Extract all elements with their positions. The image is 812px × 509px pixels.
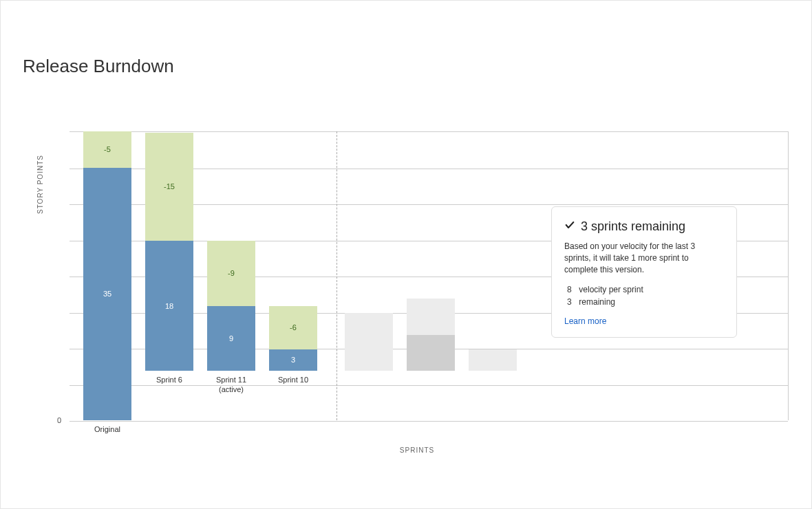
bar-forecast-completed (345, 313, 393, 371)
check-icon (564, 219, 575, 234)
bar-sprint-10: 3 -6 Sprint 10 (269, 131, 317, 420)
gridline (70, 421, 788, 422)
bar-value-remaining: 9 (207, 334, 255, 343)
card-stat-row: 3 remaining (567, 296, 724, 308)
bar-forecast-3 (469, 131, 517, 420)
bar-sprint-6: 18 -15 Sprint 6 (145, 131, 193, 420)
page-title: Release Burndown (23, 56, 174, 77)
bar-original: 35 -5 Original (83, 131, 131, 420)
stat-remaining-number: 3 (567, 296, 577, 308)
bar-forecast-2 (407, 131, 455, 420)
y-axis-zero: 0 (57, 416, 61, 424)
x-axis-label: SPRINTS (42, 446, 792, 454)
page: Release Burndown STORY POINTS 35 (0, 0, 812, 509)
bar-completed: -15 (145, 133, 193, 241)
bar-value-remaining: 35 (83, 290, 131, 298)
bar-value-remaining: 3 (269, 356, 317, 364)
learn-more-link[interactable]: Learn more (564, 316, 724, 326)
bar-value-completed: -6 (269, 323, 317, 332)
bar-remaining: 9 (207, 306, 255, 371)
bar-completed: -9 (207, 241, 255, 306)
card-description: Based on your velocity for the last 3 sp… (564, 241, 724, 275)
bar-sprint-11: 9 -9 Sprint 11 (active) (207, 131, 255, 420)
bar-forecast-completed (469, 349, 517, 371)
bar-remaining: 18 (145, 241, 193, 371)
bar-label: Original (83, 424, 131, 434)
bar-label: Sprint 11 (active) (207, 375, 255, 395)
card-headline: 3 sprints remaining (581, 219, 685, 234)
y-axis-label: STORY POINTS (36, 155, 44, 214)
stat-remaining-label: remaining (579, 297, 615, 307)
bar-value-remaining: 18 (145, 302, 193, 310)
bar-forecast-remaining (407, 335, 455, 371)
bar-value-completed: -15 (145, 182, 193, 191)
bar-remaining: 35 (83, 168, 131, 421)
bar-label: Sprint 6 (145, 375, 193, 385)
bar-forecast-1 (345, 131, 393, 420)
bar-forecast-completed (407, 299, 455, 335)
card-headline-row: 3 sprints remaining (564, 219, 724, 234)
bar-completed: -5 (83, 131, 131, 168)
card-stats: 8 velocity per sprint 3 remaining (567, 283, 724, 308)
bar-label: Sprint 10 (269, 375, 317, 385)
bar-remaining: 3 (269, 349, 317, 371)
stat-velocity-number: 8 (567, 283, 577, 296)
card-stat-row: 8 velocity per sprint (567, 283, 724, 296)
bar-completed: -6 (269, 306, 317, 349)
bar-value-completed: -5 (83, 145, 131, 153)
stat-velocity-label: velocity per sprint (579, 285, 643, 294)
forecast-summary-card: 3 sprints remaining Based on your veloci… (551, 206, 737, 338)
bar-value-completed: -9 (207, 269, 255, 277)
